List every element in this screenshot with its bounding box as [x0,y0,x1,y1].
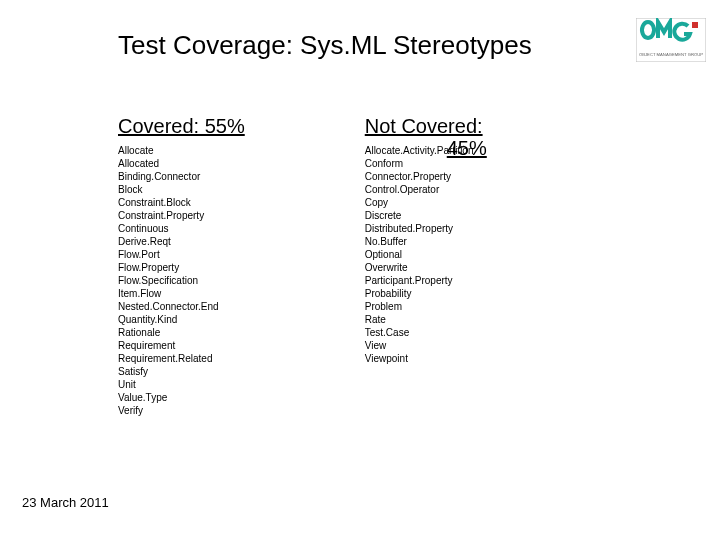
not-covered-heading-line2: 45% [447,137,487,160]
list-item: Participant.Property [365,274,483,287]
columns: Covered: 55% AllocateAllocatedBinding.Co… [118,115,690,417]
page-title: Test Coverage: Sys.ML Stereotypes [118,30,532,61]
omg-logo: OBJECT MANAGEMENT GROUP [636,18,706,66]
list-item: Continuous [118,222,245,235]
list-item: View [365,339,483,352]
list-item: Optional [365,248,483,261]
list-item: Viewpoint [365,352,483,365]
slide-date: 23 March 2011 [22,495,109,510]
list-item: No.Buffer [365,235,483,248]
list-item: Allocated [118,157,245,170]
list-item: Connector.Property [365,170,483,183]
list-item: Value.Type [118,391,245,404]
list-item: Problem [365,300,483,313]
not-covered-heading-line1: Not Covered: [365,115,483,137]
svg-text:OBJECT MANAGEMENT GROUP: OBJECT MANAGEMENT GROUP [639,52,703,57]
list-item: Constraint.Block [118,196,245,209]
list-item: Nested.Connector.End [118,300,245,313]
svg-rect-1 [692,22,698,28]
list-item: Control.Operator [365,183,483,196]
list-item: Constraint.Property [118,209,245,222]
list-item: Item.Flow [118,287,245,300]
list-item: Unit [118,378,245,391]
list-item: Distributed.Property [365,222,483,235]
not-covered-list: Allocate.Activity.PartitionConformConnec… [365,144,483,365]
list-item: Flow.Property [118,261,245,274]
list-item: Rationale [118,326,245,339]
covered-list: AllocateAllocatedBinding.ConnectorBlockC… [118,144,245,417]
list-item: Satisfy [118,365,245,378]
list-item: Flow.Port [118,248,245,261]
list-item: Derive.Reqt [118,235,245,248]
list-item: Rate [365,313,483,326]
slide: Test Coverage: Sys.ML Stereotypes OBJECT… [0,0,720,540]
list-item: Requirement [118,339,245,352]
list-item: Copy [365,196,483,209]
list-item: Flow.Specification [118,274,245,287]
covered-column: Covered: 55% AllocateAllocatedBinding.Co… [118,115,245,417]
list-item: Allocate [118,144,245,157]
not-covered-column: Not Covered: 45% Allocate.Activity.Parti… [365,115,483,417]
list-item: Discrete [365,209,483,222]
list-item: Binding.Connector [118,170,245,183]
not-covered-heading: Not Covered: 45% [365,115,483,138]
list-item: Quantity.Kind [118,313,245,326]
list-item: Probability [365,287,483,300]
list-item: Requirement.Related [118,352,245,365]
covered-heading: Covered: 55% [118,115,245,138]
list-item: Overwrite [365,261,483,274]
list-item: Test.Case [365,326,483,339]
list-item: Verify [118,404,245,417]
list-item: Block [118,183,245,196]
